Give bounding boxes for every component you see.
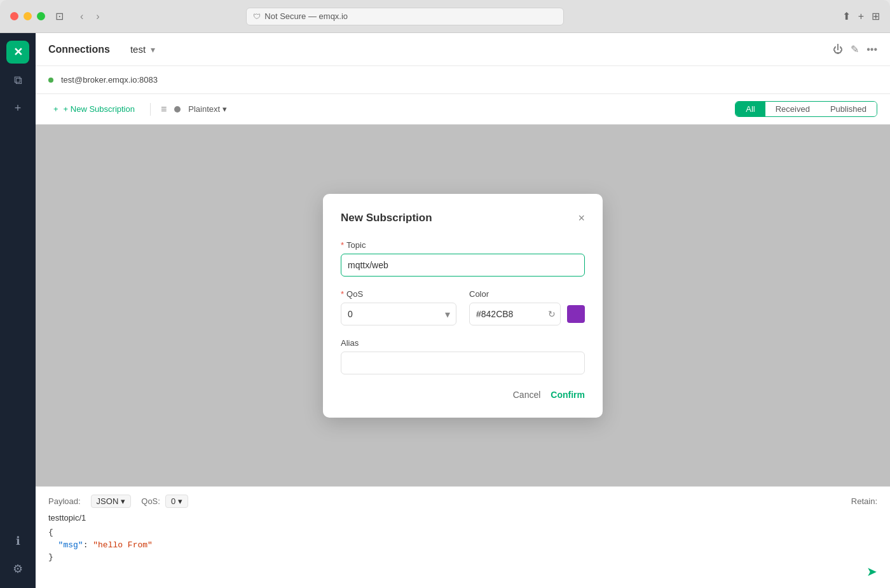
modal-footer: Cancel Confirm <box>341 390 585 400</box>
status-dot <box>174 106 181 113</box>
payload-format-label: Plaintext <box>188 104 220 114</box>
modal-overlay: New Subscription × * Topic <box>36 125 890 486</box>
minimize-window-btn[interactable] <box>24 12 32 20</box>
qos-field-group: * QoS 0 1 2 ▾ <box>341 289 456 325</box>
payload-format-select[interactable]: Plaintext ▾ <box>188 104 227 114</box>
sidebar: ✕ ⧉ + ℹ ⚙ <box>0 33 36 588</box>
traffic-lights <box>10 12 45 20</box>
connection-status-dot <box>48 78 53 83</box>
new-subscription-modal: New Subscription × * Topic <box>323 194 603 418</box>
payload-format-arrow: ▾ <box>121 496 125 506</box>
page-title: Connections <box>48 44 110 55</box>
avatar-icon: ✕ <box>13 45 23 59</box>
topbar-actions: ⏻ ✎ ••• <box>833 43 877 55</box>
qos-label: QoS: <box>141 496 160 506</box>
back-btn[interactable]: ‹ <box>76 10 87 24</box>
topic-field-group: * Topic <box>341 240 585 277</box>
sidebar-item-add[interactable]: + <box>6 97 29 120</box>
power-btn[interactable]: ⏻ <box>833 44 843 55</box>
forward-btn[interactable]: › <box>92 10 103 24</box>
more-btn[interactable]: ••• <box>866 44 877 55</box>
share-btn[interactable]: ⬆ <box>842 10 851 22</box>
main-content: Connections test ▾ ⏻ ✎ ••• test@broker.e… <box>36 33 890 588</box>
color-field-group: Color ↻ <box>469 289 585 325</box>
payload-format-dropdown[interactable]: JSON ▾ <box>91 495 132 508</box>
color-input-wrap: ↻ <box>469 303 561 325</box>
code-line-2: "msg": "hello From" <box>48 539 877 552</box>
modal-close-btn[interactable]: × <box>578 212 585 225</box>
code-line-3: } <box>48 551 877 564</box>
payload-arrow-icon: ▾ <box>222 104 227 114</box>
add-icon: + <box>15 102 22 115</box>
tab-all[interactable]: All <box>736 102 765 116</box>
filter-icon[interactable]: ≡ <box>161 104 167 115</box>
color-label-text: Color <box>469 289 489 299</box>
qos-select-wrap: 0 1 2 ▾ <box>341 303 456 325</box>
info-icon: ℹ <box>16 534 20 548</box>
new-tab-btn[interactable]: + <box>858 11 864 22</box>
alias-field-group: Alias <box>341 338 585 374</box>
topic-required-star: * <box>341 240 344 250</box>
connections-icon: ⧉ <box>14 74 22 87</box>
url-bar[interactable]: 🛡 Not Secure — emqx.io <box>246 8 564 25</box>
url-text: Not Secure — emqx.io <box>264 11 348 21</box>
qos-dropdown[interactable]: 0 ▾ <box>165 495 188 508</box>
bottom-panel: Payload: JSON ▾ QoS: 0 ▾ Retain: testto <box>36 486 890 588</box>
qos-color-row: * QoS 0 1 2 ▾ <box>341 289 585 325</box>
topic-label: * Topic <box>341 240 585 250</box>
payload-bar: Payload: JSON ▾ QoS: 0 ▾ Retain: <box>48 495 877 508</box>
sidebar-avatar[interactable]: ✕ <box>6 41 29 64</box>
conn-bar: test@broker.emqx.io:8083 <box>36 66 890 94</box>
new-subscription-btn[interactable]: + + New Subscription <box>48 102 140 116</box>
content-area: New Subscription × * Topic <box>36 125 890 486</box>
send-btn[interactable]: ➤ <box>866 564 877 579</box>
color-input[interactable] <box>469 303 561 325</box>
tab-received[interactable]: Received <box>765 102 820 116</box>
color-input-row: ↻ <box>469 303 585 325</box>
browser-actions: ⬆ + ⊞ <box>842 10 880 22</box>
app-container: ✕ ⧉ + ℹ ⚙ Connections <box>0 33 890 588</box>
connection-address: test@broker.emqx.io:8083 <box>61 75 158 85</box>
topic-label-text: Topic <box>346 240 366 250</box>
browser-frame: ⊡ ‹ › 🛡 Not Secure — emqx.io ⬆ + ⊞ ✕ ⧉ + <box>0 0 890 588</box>
subscription-toolbar: + + New Subscription ≡ Plaintext ▾ All R… <box>36 94 890 125</box>
code-key: "msg" <box>58 540 83 550</box>
qos-arrow: ▾ <box>178 496 182 506</box>
retain-label: Retain: <box>851 496 877 506</box>
payload-label: Payload: <box>48 496 81 506</box>
grid-btn[interactable]: ⊞ <box>872 10 880 22</box>
edit-btn[interactable]: ✎ <box>851 43 859 55</box>
alias-label-text: Alias <box>341 338 359 348</box>
settings-icon: ⚙ <box>13 562 23 576</box>
sidebar-bottom: ℹ ⚙ <box>6 530 29 580</box>
topbar: Connections test ▾ ⏻ ✎ ••• <box>36 33 890 66</box>
maximize-window-btn[interactable] <box>37 12 45 20</box>
topic-line: testtopic/1 <box>48 513 877 523</box>
sidebar-item-connections[interactable]: ⧉ <box>6 69 29 92</box>
sidebar-item-settings[interactable]: ⚙ <box>6 557 29 580</box>
chevron-down-icon[interactable]: ▾ <box>151 44 155 55</box>
modal-header: New Subscription × <box>341 212 585 225</box>
connection-name: test <box>130 44 146 55</box>
code-area: { "msg": "hello From" } <box>48 526 877 564</box>
tab-published[interactable]: Published <box>820 102 877 116</box>
filter-tabs: All Received Published <box>735 101 877 117</box>
color-swatch[interactable] <box>567 305 585 323</box>
qos-select[interactable]: 0 1 2 <box>341 303 456 325</box>
close-window-btn[interactable] <box>10 12 18 20</box>
refresh-icon[interactable]: ↻ <box>548 309 556 319</box>
alias-input[interactable] <box>341 352 585 374</box>
topic-input[interactable] <box>341 254 585 277</box>
confirm-btn[interactable]: Confirm <box>551 390 585 400</box>
sidebar-toggle-btn[interactable]: ⊡ <box>55 10 64 22</box>
qos-label: * QoS <box>341 289 456 299</box>
qos-label-text: QoS <box>346 289 363 299</box>
qos-value: 0 <box>171 496 175 506</box>
plus-icon: + <box>53 104 58 114</box>
browser-nav: ‹ › <box>76 10 104 24</box>
qos-required-star: * <box>341 289 344 299</box>
sidebar-item-info[interactable]: ℹ <box>6 530 29 552</box>
cancel-btn[interactable]: Cancel <box>513 390 541 400</box>
modal-title: New Subscription <box>341 212 432 224</box>
payload-format-value: JSON <box>97 496 119 506</box>
